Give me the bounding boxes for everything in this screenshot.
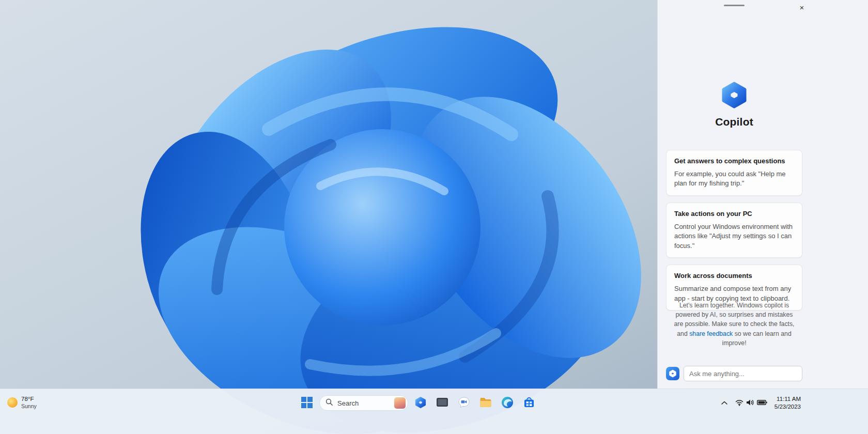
- task-view-button[interactable]: [433, 394, 452, 412]
- weather-condition: Sunny: [21, 403, 37, 409]
- card-title: Work across documents: [674, 272, 794, 280]
- copilot-panel: × Copilot: [657, 0, 868, 389]
- card-title: Get answers to complex questions: [674, 157, 794, 165]
- wifi-icon: [735, 399, 743, 408]
- disclaimer-text: so we can learn and improve!: [722, 330, 791, 347]
- taskbar: 78°F Sunny: [0, 389, 868, 434]
- sun-icon: [7, 397, 18, 408]
- chat-button[interactable]: [455, 394, 473, 412]
- suggestion-cards: Get answers to complex questions For exa…: [666, 150, 802, 311]
- search-box[interactable]: Search: [319, 395, 408, 411]
- edge-icon: [501, 396, 514, 411]
- ask-input[interactable]: [684, 366, 802, 381]
- clock-time: 11:11 AM: [777, 395, 801, 403]
- system-tray: 11:11 AM 5/23/2023: [718, 393, 804, 413]
- file-explorer-icon: [479, 396, 492, 411]
- battery-icon: [757, 399, 767, 407]
- clock[interactable]: 11:11 AM 5/23/2023: [771, 395, 804, 411]
- copilot-title: Copilot: [658, 116, 811, 128]
- show-hidden-icons-button[interactable]: [718, 394, 731, 412]
- taskbar-center: Search: [298, 393, 538, 413]
- weather-temperature: 78°F: [21, 396, 37, 403]
- clock-date: 5/23/2023: [774, 403, 801, 411]
- card-body: Control your Windows environment with ac…: [674, 222, 794, 251]
- store-button[interactable]: [520, 394, 538, 412]
- weather-widget[interactable]: 78°F Sunny: [4, 394, 42, 411]
- suggestion-card-answers[interactable]: Get answers to complex questions For exa…: [666, 150, 802, 196]
- minimize-handle[interactable]: [724, 5, 745, 6]
- volume-icon: [746, 399, 754, 408]
- suggestion-card-actions[interactable]: Take actions on your PC Control your Win…: [666, 203, 802, 258]
- close-button[interactable]: ×: [794, 1, 810, 13]
- search-label: Search: [337, 399, 390, 407]
- chat-icon: [457, 396, 471, 411]
- search-icon: [326, 398, 333, 408]
- search-highlight-image[interactable]: [394, 397, 406, 409]
- windows-logo-icon: [301, 397, 313, 410]
- task-view-icon: [436, 396, 449, 411]
- store-icon: [522, 396, 536, 411]
- share-feedback-link[interactable]: share feedback: [689, 330, 733, 337]
- ai-disclaimer: Let's learn together. Windows copilot is…: [670, 301, 798, 348]
- copilot-taskbar-button[interactable]: [411, 394, 430, 412]
- file-explorer-button[interactable]: [476, 394, 495, 412]
- desktop: × Copilot: [0, 0, 868, 434]
- copilot-logo-icon: [720, 81, 749, 112]
- quick-settings-button[interactable]: [732, 394, 770, 412]
- copilot-icon: [414, 396, 427, 410]
- edge-button[interactable]: [498, 394, 517, 412]
- copilot-badge-icon: [666, 367, 679, 380]
- card-title: Take actions on your PC: [674, 210, 794, 218]
- card-body: For example, you could ask "Help me plan…: [674, 169, 794, 189]
- start-button[interactable]: [298, 394, 316, 412]
- chevron-up-icon: [721, 399, 728, 407]
